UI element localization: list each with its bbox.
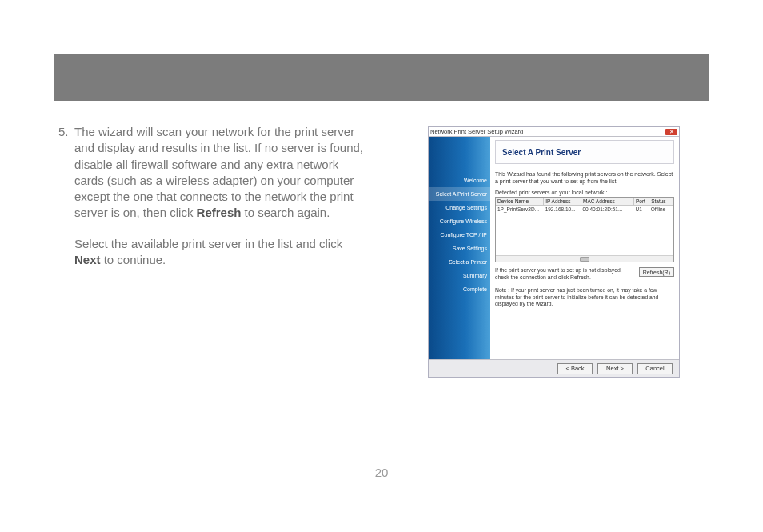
wizard-window: Network Print Server Setup Wizard ✕ Welc… (428, 126, 680, 378)
step-title: Select A Print Server (502, 148, 581, 157)
col-header-device[interactable]: Device Name (496, 198, 544, 206)
cell-port: U1 (633, 206, 649, 214)
wizard-footer: < Back Next > Cancel (429, 359, 679, 377)
col-header-port[interactable]: Port (633, 198, 649, 206)
step-description: This Wizard has found the following prin… (495, 170, 674, 185)
horizontal-scrollbar[interactable] (496, 255, 673, 262)
sidebar-item-complete[interactable]: Complete (429, 282, 490, 296)
sidebar-item-change-settings[interactable]: Change Settings (429, 201, 490, 214)
next-button[interactable]: Next > (597, 363, 633, 374)
next-keyword: Next (74, 253, 101, 266)
wizard-body: Welcome Select A Print Server Change Set… (429, 137, 679, 359)
cell-device: 1P_PrintServ2D... (496, 206, 544, 214)
page-number: 20 (0, 466, 763, 479)
sidebar-item-label: Configure TCP / IP (441, 232, 488, 238)
cell-status: Offline (649, 206, 673, 214)
table-header-row: Device Name IP Address MAC Address Port … (496, 198, 673, 206)
wizard-sidebar: Welcome Select A Print Server Change Set… (429, 137, 490, 359)
titlebar: Network Print Server Setup Wizard ✕ (429, 127, 679, 137)
instruction-block: 5. The wizard will scan your network for… (74, 124, 370, 268)
print-server-table[interactable]: Device Name IP Address MAC Address Port … (495, 197, 674, 262)
note-text: Note : If your print server has just bee… (495, 287, 674, 307)
step-header-bar: Select A Print Server (495, 140, 674, 164)
refresh-hint: If the print server you want to set up i… (495, 267, 634, 281)
table-row[interactable]: 1P_PrintServ2D... 192.168.10... 00:40:01… (496, 206, 673, 214)
refresh-row: If the print server you want to set up i… (495, 267, 674, 281)
cell-mac: 00:40:01:2D:51... (581, 206, 633, 214)
list-number: 5. (58, 124, 69, 140)
sidebar-item-label: Select A Print Server (436, 191, 487, 197)
para1-text-b: to search again. (241, 206, 330, 219)
back-button[interactable]: < Back (557, 363, 593, 374)
close-icon[interactable]: ✕ (665, 129, 677, 135)
detected-label: Detected print servers on your local net… (495, 190, 674, 195)
page-header-bar (54, 54, 709, 101)
col-header-status[interactable]: Status (649, 198, 673, 206)
sidebar-item-configure-tcpip[interactable]: Configure TCP / IP (429, 228, 490, 242)
para2-text-b: to continue. (101, 253, 166, 266)
sidebar-item-welcome[interactable]: Welcome (429, 174, 490, 187)
cancel-button[interactable]: Cancel (637, 363, 673, 374)
para2-text-a: Select the available print server in the… (74, 237, 342, 250)
refresh-keyword: Refresh (197, 206, 242, 219)
wizard-main-panel: Select A Print Server This Wizard has fo… (490, 137, 679, 359)
cell-ip: 192.168.10... (544, 206, 581, 214)
sidebar-item-select-print-server[interactable]: Select A Print Server (429, 187, 490, 201)
sidebar-item-label: Complete (463, 286, 487, 292)
sidebar-item-label: Change Settings (445, 205, 487, 210)
sidebar-item-label: Select a Printer (449, 259, 487, 265)
col-header-mac[interactable]: MAC Address (581, 198, 633, 206)
sidebar-item-label: Welcome (464, 178, 487, 183)
sidebar-item-configure-wireless[interactable]: Configure Wireless (429, 214, 490, 228)
window-title: Network Print Server Setup Wizard (430, 128, 523, 135)
sidebar-item-save-settings[interactable]: Save Settings (429, 242, 490, 255)
refresh-button[interactable]: Refresh(R) (639, 267, 674, 277)
sidebar-item-label: Configure Wireless (440, 218, 487, 224)
scroll-thumb[interactable] (580, 257, 589, 262)
sidebar-item-summary[interactable]: Summary (429, 269, 490, 282)
instruction-paragraph-2: Select the available print server in the… (74, 236, 370, 269)
sidebar-item-select-printer[interactable]: Select a Printer (429, 255, 490, 269)
sidebar-item-label: Summary (463, 273, 487, 278)
instruction-paragraph-1: The wizard will scan your network for th… (74, 124, 370, 222)
sidebar-item-label: Save Settings (453, 246, 487, 251)
col-header-ip[interactable]: IP Address (544, 198, 581, 206)
